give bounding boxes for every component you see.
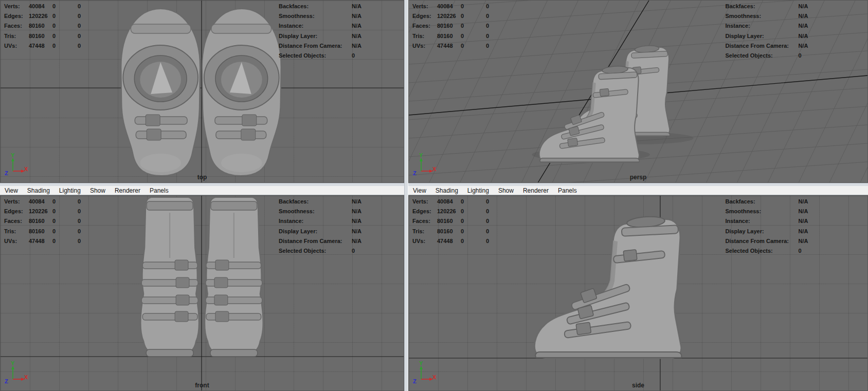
- menu-panels[interactable]: Panels: [145, 187, 173, 194]
- menu-shading[interactable]: Shading: [23, 187, 55, 194]
- hud-row-edges: Edges:12022600: [4, 11, 81, 21]
- hud-row-backfaces: Backfaces:N/A: [279, 197, 361, 207]
- menu-show[interactable]: Show: [85, 187, 110, 194]
- hud-row-faces: Faces:8016000: [4, 216, 81, 226]
- hud-row-backfaces: Backfaces:N/A: [725, 197, 808, 207]
- hud-row-backfaces: Backfaces:N/A: [279, 2, 361, 11]
- hud-row-tris: Tris:8016000: [4, 227, 81, 236]
- viewport-name-label: top: [1, 174, 404, 181]
- hud-row-instance: Instance:N/A: [725, 216, 808, 226]
- hud-row-tris: Tris:8016000: [412, 227, 489, 236]
- viewport-name-label: persp: [409, 174, 867, 181]
- menu-renderer[interactable]: Renderer: [110, 187, 145, 194]
- hud-row-faces: Faces:8016000: [412, 21, 489, 31]
- hud-row-distance-from-camera: Distance From Camera:N/A: [279, 41, 361, 51]
- side-pane: View Shading Lighting Show Renderer Pane…: [408, 186, 868, 391]
- hud-row-instance: Instance:N/A: [279, 21, 361, 31]
- menu-shading[interactable]: Shading: [431, 187, 463, 194]
- hud-row-distance-from-camera: Distance From Camera:N/A: [725, 41, 808, 51]
- viewport-persp: Verts:4008400 Edges:12022600 Faces:80160…: [408, 0, 868, 183]
- hud-row-display-layer: Display Layer:N/A: [725, 227, 808, 236]
- axis-y-label: Y: [419, 152, 423, 158]
- axis-x-label: X: [432, 374, 436, 380]
- viewport-name-label: side: [409, 382, 867, 389]
- hud-row-smoothness: Smoothness:N/A: [725, 207, 808, 216]
- object-details-hud: Backfaces:N/A Smoothness:N/A Instance:N/…: [279, 2, 361, 61]
- hud-row-edges: Edges:12022600: [412, 11, 489, 21]
- hud-row-smoothness: Smoothness:N/A: [279, 11, 361, 21]
- hud-row-instance: Instance:N/A: [279, 216, 361, 226]
- object-details-hud: Backfaces:N/A Smoothness:N/A Instance:N/…: [725, 2, 808, 61]
- polycount-hud: Verts:4008400 Edges:12022600 Faces:80160…: [412, 2, 489, 51]
- menu-view[interactable]: View: [0, 187, 23, 194]
- axis-x-label: X: [432, 166, 436, 172]
- hud-row-selected-objects: Selected Objects:0: [279, 51, 361, 61]
- hud-row-distance-from-camera: Distance From Camera:N/A: [725, 236, 808, 246]
- hud-row-faces: Faces:8016000: [4, 21, 81, 31]
- hud-row-uvs: UVs:4744800: [412, 41, 489, 51]
- hud-row-selected-objects: Selected Objects:0: [279, 246, 361, 256]
- hud-row-display-layer: Display Layer:N/A: [279, 31, 361, 41]
- hud-row-selected-objects: Selected Objects:0: [725, 51, 808, 61]
- hud-row-display-layer: Display Layer:N/A: [725, 31, 808, 41]
- hud-row-uvs: UVs:4744800: [412, 236, 489, 246]
- hud-row-verts: Verts:4008400: [4, 197, 81, 207]
- axis-y-label: Y: [419, 360, 423, 366]
- panel-menubar: View Shading Lighting Show Renderer Pane…: [408, 186, 868, 195]
- menu-lighting[interactable]: Lighting: [463, 187, 494, 194]
- pane-divider-vertical[interactable]: [404, 0, 408, 391]
- menu-renderer[interactable]: Renderer: [518, 187, 553, 194]
- viewport-top: Verts:4008400 Edges:12022600 Faces:80160…: [0, 0, 404, 183]
- object-details-hud: Backfaces:N/A Smoothness:N/A Instance:N/…: [279, 197, 361, 256]
- menu-lighting[interactable]: Lighting: [55, 187, 85, 194]
- menu-view[interactable]: View: [408, 187, 431, 194]
- viewport-side: Verts:4008400 Edges:12022600 Faces:80160…: [408, 195, 868, 391]
- axis-y-label: Y: [11, 360, 14, 366]
- polycount-hud: Verts:4008400 Edges:12022600 Faces:80160…: [4, 2, 81, 51]
- hud-row-display-layer: Display Layer:N/A: [279, 227, 361, 236]
- axis-y-label: Y: [11, 152, 14, 158]
- hud-row-verts: Verts:4008400: [412, 2, 489, 11]
- hud-row-smoothness: Smoothness:N/A: [279, 207, 361, 216]
- menu-panels[interactable]: Panels: [553, 187, 582, 194]
- hud-row-distance-from-camera: Distance From Camera:N/A: [279, 236, 361, 246]
- hud-row-instance: Instance:N/A: [725, 21, 808, 31]
- hud-row-verts: Verts:4008400: [4, 2, 81, 11]
- hud-row-uvs: UVs:4744800: [4, 41, 81, 51]
- viewport-name-label: front: [1, 382, 404, 389]
- panel-menubar: View Shading Lighting Show Renderer Pane…: [0, 186, 404, 195]
- hud-row-uvs: UVs:4744800: [4, 236, 81, 246]
- front-pane: View Shading Lighting Show Renderer Pane…: [0, 186, 404, 391]
- polycount-hud: Verts:4008400 Edges:12022600 Faces:80160…: [412, 197, 489, 246]
- hud-row-edges: Edges:12022600: [412, 207, 489, 216]
- hud-row-edges: Edges:12022600: [4, 207, 81, 216]
- menu-show[interactable]: Show: [494, 187, 518, 194]
- hud-row-faces: Faces:8016000: [412, 216, 489, 226]
- polycount-hud: Verts:4008400 Edges:12022600 Faces:80160…: [4, 197, 81, 246]
- object-details-hud: Backfaces:N/A Smoothness:N/A Instance:N/…: [725, 197, 808, 256]
- viewport-front: Verts:4008400 Edges:12022600 Faces:80160…: [0, 195, 404, 391]
- maya-four-view-layout: Verts:4008400 Edges:12022600 Faces:80160…: [0, 0, 868, 391]
- axis-x-label: X: [24, 374, 28, 380]
- axis-x-label: X: [24, 166, 28, 172]
- hud-row-selected-objects: Selected Objects:0: [725, 246, 808, 256]
- hud-row-tris: Tris:8016000: [412, 31, 489, 41]
- hud-row-backfaces: Backfaces:N/A: [725, 2, 808, 11]
- hud-row-tris: Tris:8016000: [4, 31, 81, 41]
- hud-row-smoothness: Smoothness:N/A: [725, 11, 808, 21]
- hud-row-verts: Verts:4008400: [412, 197, 489, 207]
